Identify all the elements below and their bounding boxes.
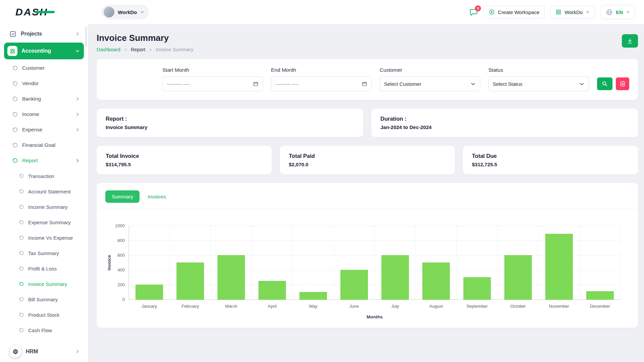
- svg-text:400: 400: [117, 267, 125, 273]
- create-workspace-button[interactable]: Create Workspace: [483, 5, 545, 19]
- workspace-menu-button[interactable]: WorkDo: [550, 5, 595, 19]
- sidebar-item-income-vs-expense[interactable]: Income Vs Expense: [4, 230, 84, 245]
- app-logo[interactable]: DASH: [15, 6, 48, 18]
- calendar-icon: [362, 81, 367, 87]
- breadcrumb-report[interactable]: Report: [131, 47, 146, 52]
- chart-tabs: Summary Invoices: [97, 190, 638, 209]
- bullet-circle-icon: [12, 111, 18, 117]
- globe-icon: [606, 9, 613, 16]
- sidebar-item-vendor[interactable]: Vendor: [4, 76, 84, 91]
- reset-filter-button[interactable]: [616, 77, 629, 90]
- workspace-switcher[interactable]: WorkDo: [101, 5, 149, 19]
- bullet-circle-icon: [19, 327, 24, 333]
- total-paid-card: Total Paid $2,070.0: [280, 146, 455, 174]
- chevron-right-icon: [75, 32, 80, 36]
- chevron-right-icon: [75, 349, 80, 354]
- sidebar-item-report[interactable]: Report: [4, 153, 84, 168]
- breadcrumb-dashboard[interactable]: Dashboard: [97, 47, 120, 52]
- tab-summary[interactable]: Summary: [105, 190, 140, 203]
- sidebar-item-income-summary[interactable]: Income Summary: [4, 199, 84, 215]
- sidebar-scrollbar[interactable]: [85, 27, 87, 47]
- sidebar-item-expense[interactable]: Expense: [4, 122, 84, 137]
- sidebar-item-transaction[interactable]: Transaction: [4, 168, 84, 184]
- total-invoice-label: Total Invoice: [106, 153, 263, 159]
- tab-invoices[interactable]: Invoices: [144, 190, 170, 203]
- bullet-circle-icon: [19, 297, 24, 302]
- duration-card: Duration : Jan-2024 to Dec-2024: [371, 109, 638, 137]
- settings-gear-icon[interactable]: ⚙: [9, 346, 21, 358]
- chevron-right-icon: [75, 127, 80, 132]
- chevron-right-icon: [75, 158, 80, 163]
- svg-text:July: July: [391, 304, 399, 309]
- bullet-circle-icon: [19, 235, 24, 240]
- sidebar-item-invoice-summary[interactable]: Invoice Summary: [4, 276, 84, 292]
- start-month-field[interactable]: [167, 81, 250, 87]
- sidebar-item-hrm[interactable]: ⚙HRM: [4, 344, 84, 359]
- check-square-icon: [9, 31, 16, 38]
- chevron-right-icon: [124, 48, 127, 52]
- sidebar-item-cash-flow[interactable]: Cash Flow: [4, 322, 84, 338]
- status-select-value: Select Status: [493, 81, 522, 87]
- sidebar-item-financial-goal[interactable]: Financial Goal: [4, 137, 84, 153]
- svg-text:August: August: [429, 304, 443, 309]
- logo-dash-accent: [35, 11, 55, 13]
- bullet-circle-icon: [19, 266, 24, 271]
- sidebar-item-product-stock[interactable]: Product Stock: [4, 307, 84, 322]
- bar-chart-canvas[interactable]: 02004006008001000JanuaryFebruaryMarchApr…: [105, 221, 629, 321]
- customer-label: Customer: [380, 67, 480, 73]
- create-workspace-label: Create Workspace: [498, 9, 539, 15]
- sidebar-item-bill-summary[interactable]: Bill Summary: [4, 292, 84, 307]
- apply-filter-button[interactable]: [597, 77, 612, 90]
- bullet-circle-icon: [19, 204, 24, 209]
- language-selector[interactable]: EN: [600, 5, 635, 19]
- messages-button[interactable]: 0: [469, 8, 478, 16]
- bullet-circle-icon: [19, 220, 24, 225]
- workspace-menu-label: WorkDo: [565, 9, 583, 15]
- sidebar-nav: ProjectsAccountingCustomerVendorBankingI…: [4, 26, 84, 359]
- end-month-field[interactable]: [275, 81, 359, 87]
- report-summary-card: Report : Invoice Summary: [97, 109, 363, 137]
- logo-area: DASH: [0, 6, 88, 18]
- end-month-label: End Month: [271, 67, 372, 73]
- sidebar-item-customer[interactable]: Customer: [4, 60, 84, 76]
- bullet-circle-icon: [19, 173, 24, 179]
- sidebar: ProjectsAccountingCustomerVendorBankingI…: [0, 24, 88, 362]
- customer-select-value: Select Customer: [384, 81, 421, 87]
- svg-text:September: September: [467, 304, 488, 309]
- bullet-circle-icon: [19, 189, 24, 194]
- sidebar-item-tax-summary[interactable]: Tax Summary: [4, 245, 84, 261]
- svg-text:November: November: [549, 304, 570, 309]
- bullet-circle-icon: [19, 312, 24, 317]
- grid-icon: [555, 9, 561, 15]
- sidebar-item-accounting[interactable]: Accounting: [4, 43, 84, 59]
- chevron-down-icon: [626, 10, 630, 14]
- bullet-circle-icon: [19, 281, 24, 287]
- chart-card: Summary Invoices 02004006008001000Januar…: [97, 183, 638, 328]
- sidebar-item-account-statement[interactable]: Account Statement: [4, 184, 84, 199]
- language-label: EN: [616, 9, 623, 15]
- chevron-down-icon: [75, 49, 80, 53]
- app-header: DASH WorkDo 0 Create Workspace WorkDo EN: [0, 0, 644, 24]
- accounting-grid-icon: [7, 46, 17, 56]
- start-month-input[interactable]: [162, 76, 263, 91]
- total-paid-label: Total Paid: [289, 153, 446, 159]
- duration-label: Duration :: [380, 116, 629, 122]
- download-button[interactable]: [622, 34, 638, 48]
- chevron-down-icon: [579, 81, 585, 87]
- total-invoice-card: Total Invoice $314,795.5: [97, 146, 272, 174]
- chevron-down-icon: [586, 10, 590, 14]
- svg-text:200: 200: [117, 282, 125, 287]
- total-due-value: $312,725.5: [472, 162, 629, 167]
- end-month-input[interactable]: [271, 76, 372, 91]
- sidebar-item-expense-summary[interactable]: Expense Summary: [4, 215, 84, 230]
- sidebar-item-projects[interactable]: Projects: [4, 26, 84, 42]
- status-select[interactable]: Select Status: [488, 76, 589, 91]
- clear-filter-icon: [620, 81, 626, 87]
- plus-circle-icon: [489, 9, 495, 15]
- sidebar-item-income[interactable]: Income: [4, 107, 84, 122]
- svg-text:February: February: [181, 304, 199, 309]
- sidebar-item-banking[interactable]: Banking: [4, 91, 84, 107]
- workspace-avatar: [104, 7, 114, 17]
- sidebar-item-profit-loss[interactable]: Profit & Loss: [4, 261, 84, 276]
- customer-select[interactable]: Select Customer: [380, 76, 480, 91]
